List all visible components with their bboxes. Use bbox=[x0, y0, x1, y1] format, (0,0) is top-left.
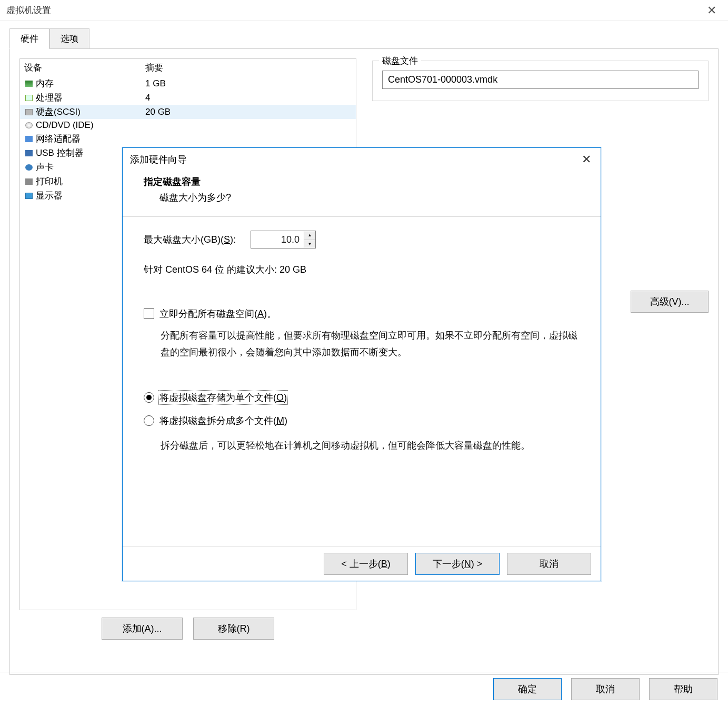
next-button[interactable]: 下一步(N) > bbox=[415, 553, 500, 575]
radio-single-file[interactable] bbox=[144, 392, 154, 403]
window-title: 虚拟机设置 bbox=[6, 4, 702, 16]
footer-bar: 确定 取消 帮助 bbox=[0, 672, 728, 706]
spinner-buttons: ▲ ▼ bbox=[304, 231, 315, 248]
wizard-body: 最大磁盘大小(GB)(S): ▲ ▼ 针对 CentOS 64 位 的建议大小:… bbox=[123, 217, 601, 546]
device-icon bbox=[24, 164, 34, 171]
device-icon bbox=[24, 80, 34, 87]
device-icon bbox=[24, 150, 34, 157]
radio-single-row: 将虚拟磁盘存储为单个文件(O) bbox=[144, 391, 580, 404]
recommended-size: 针对 CentOS 64 位 的建议大小: 20 GB bbox=[144, 263, 580, 276]
left-buttons: 添加(A)... 移除(R) bbox=[19, 618, 356, 640]
max-size-row: 最大磁盘大小(GB)(S): ▲ ▼ bbox=[144, 231, 580, 248]
device-list-header: 设备 摘要 bbox=[20, 59, 356, 76]
device-icon bbox=[24, 94, 34, 102]
disk-file-fieldset: 磁盘文件 bbox=[372, 61, 709, 101]
device-name: CD/DVD (IDE) bbox=[36, 120, 145, 131]
add-hardware-wizard: 添加硬件向导 ✕ 指定磁盘容量 磁盘大小为多少? 最大磁盘大小(GB)(S): … bbox=[122, 147, 601, 581]
allocate-desc: 分配所有容量可以提高性能，但要求所有物理磁盘空间立即可用。如果不立即分配所有空间… bbox=[144, 327, 580, 361]
device-icon bbox=[24, 122, 34, 129]
spinner-up-icon[interactable]: ▲ bbox=[304, 231, 315, 240]
radio-split-label: 将虚拟磁盘拆分成多个文件(M) bbox=[159, 414, 287, 427]
add-button[interactable]: 添加(A)... bbox=[102, 618, 183, 640]
device-name: 处理器 bbox=[36, 92, 145, 104]
main-titlebar: 虚拟机设置 ✕ bbox=[0, 0, 728, 21]
device-icon bbox=[24, 178, 34, 185]
tabs: 硬件 选项 bbox=[9, 28, 719, 48]
device-summary: 4 bbox=[145, 93, 352, 103]
wizard-titlebar: 添加硬件向导 ✕ bbox=[123, 148, 601, 171]
wizard-title: 添加硬件向导 bbox=[130, 153, 577, 166]
tab-options[interactable]: 选项 bbox=[49, 28, 89, 48]
device-name: 网络适配器 bbox=[36, 133, 145, 145]
close-icon[interactable]: ✕ bbox=[702, 2, 722, 19]
disk-file-legend: 磁盘文件 bbox=[379, 55, 421, 67]
device-row[interactable]: 网络适配器 bbox=[20, 132, 356, 146]
allocate-now-row: 立即分配所有磁盘空间(A)。 bbox=[144, 307, 580, 320]
col-summary: 摘要 bbox=[145, 62, 352, 74]
max-size-spinner[interactable]: ▲ ▼ bbox=[251, 231, 316, 248]
advanced-button[interactable]: 高级(V)... bbox=[631, 291, 709, 313]
allocate-now-checkbox[interactable] bbox=[144, 309, 154, 319]
device-row[interactable]: 处理器4 bbox=[20, 91, 356, 105]
split-desc: 拆分磁盘后，可以更轻松地在计算机之间移动虚拟机，但可能会降低大容量磁盘的性能。 bbox=[144, 437, 580, 454]
wizard-close-icon[interactable]: ✕ bbox=[577, 151, 595, 168]
wizard-cancel-button[interactable]: 取消 bbox=[507, 553, 591, 575]
cancel-button[interactable]: 取消 bbox=[571, 678, 640, 700]
back-button[interactable]: < 上一步(B) bbox=[324, 553, 408, 575]
device-row[interactable]: 内存1 GB bbox=[20, 76, 356, 91]
max-size-input[interactable] bbox=[251, 231, 304, 248]
device-row[interactable]: 硬盘(SCSI)20 GB bbox=[20, 105, 356, 119]
spinner-down-icon[interactable]: ▼ bbox=[304, 240, 315, 248]
col-device: 设备 bbox=[24, 62, 145, 74]
device-name: 硬盘(SCSI) bbox=[36, 106, 145, 118]
wizard-heading: 指定磁盘容量 bbox=[144, 175, 580, 188]
device-summary: 1 GB bbox=[145, 78, 352, 89]
ok-button[interactable]: 确定 bbox=[493, 678, 562, 700]
wizard-subheading: 磁盘大小为多少? bbox=[144, 191, 580, 204]
device-summary: 20 GB bbox=[145, 107, 352, 117]
device-row[interactable]: CD/DVD (IDE) bbox=[20, 119, 356, 132]
radio-single-label: 将虚拟磁盘存储为单个文件(O) bbox=[159, 391, 287, 404]
remove-button[interactable]: 移除(R) bbox=[193, 618, 274, 640]
device-icon bbox=[24, 192, 34, 200]
allocate-now-label: 立即分配所有磁盘空间(A)。 bbox=[159, 307, 276, 320]
tab-hardware[interactable]: 硬件 bbox=[9, 28, 49, 49]
disk-file-input[interactable] bbox=[382, 71, 699, 89]
device-icon bbox=[24, 135, 34, 143]
device-name: 内存 bbox=[36, 77, 145, 90]
device-icon bbox=[24, 108, 34, 116]
max-size-label: 最大磁盘大小(GB)(S): bbox=[144, 233, 236, 246]
wizard-footer: < 上一步(B) 下一步(N) > 取消 bbox=[123, 546, 601, 581]
radio-split-files[interactable] bbox=[144, 415, 154, 426]
wizard-header: 指定磁盘容量 磁盘大小为多少? bbox=[123, 171, 601, 216]
help-button[interactable]: 帮助 bbox=[649, 678, 717, 700]
radio-split-row: 将虚拟磁盘拆分成多个文件(M) bbox=[144, 414, 580, 427]
